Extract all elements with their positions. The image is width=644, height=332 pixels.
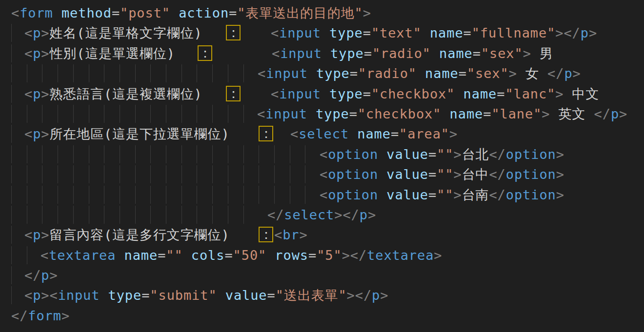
code-token: = xyxy=(463,25,472,40)
code-segment: ： xyxy=(198,43,212,63)
indent-guide xyxy=(120,206,120,224)
code-token: input xyxy=(58,288,108,303)
indent-guide xyxy=(135,64,136,82)
code-line-11[interactable]: </select></p> xyxy=(0,205,644,225)
indent-guide xyxy=(89,206,89,224)
code-line-7[interactable]: <p>所在地區(這是下拉選單欄位)：<select name="area"> xyxy=(0,124,644,144)
indent-guide xyxy=(212,206,213,224)
code-token: > xyxy=(363,5,371,20)
indent-guide xyxy=(42,64,42,82)
unicode-highlight-box: ： xyxy=(226,25,241,40)
code-token: "radio" xyxy=(372,46,431,61)
code-line-14[interactable]: </p> xyxy=(0,265,644,285)
code-token: type xyxy=(316,106,349,121)
code-token: input xyxy=(266,66,316,81)
code-line-16[interactable]: </form> xyxy=(0,306,644,326)
indent-guide xyxy=(11,246,12,264)
indent-guide xyxy=(150,206,151,224)
indent-guide xyxy=(120,64,120,82)
indent-guide xyxy=(135,145,136,163)
indent-guide xyxy=(212,64,213,82)
code-token: < xyxy=(290,126,299,141)
code-line-6[interactable]: <input type="checkbox" name="lane"> 英文 <… xyxy=(0,104,644,124)
indent-guide xyxy=(11,85,12,103)
indent-guide xyxy=(11,44,12,62)
indent-guide xyxy=(11,206,12,224)
code-line-9[interactable]: <option value="">台中</option> xyxy=(0,164,644,184)
code-token: 熟悉語言(這是複選欄位) xyxy=(49,86,202,101)
code-token: = xyxy=(112,5,120,20)
code-token: 台北 xyxy=(462,147,489,162)
indent-guide xyxy=(228,186,228,204)
code-token: option xyxy=(328,167,386,182)
code-segment: <textarea name="" cols="50" rows="5"></t… xyxy=(40,245,443,265)
code-token: textarea xyxy=(367,248,434,263)
indent-guide xyxy=(243,165,244,183)
code-token: 台中 xyxy=(462,167,489,182)
code-token: > xyxy=(434,248,442,263)
code-token: </ xyxy=(24,268,41,283)
code-token: </ xyxy=(489,187,505,202)
indent-guide xyxy=(120,105,120,123)
indent-guide xyxy=(181,105,182,123)
indent-guide xyxy=(228,165,228,183)
indent-guide xyxy=(73,165,74,183)
code-line-13[interactable]: <textarea name="" cols="50" rows="5"></t… xyxy=(0,245,644,265)
code-token: form xyxy=(20,5,53,20)
code-line-8[interactable]: <option value="">台北</option> xyxy=(0,144,644,164)
indent-guide xyxy=(73,145,74,163)
code-segment: <p>所在地區(這是下拉選單欄位) xyxy=(24,124,230,144)
indent-guide xyxy=(150,145,151,163)
code-line-3[interactable]: <p>性別(這是單選欄位)：<input type="radio" name="… xyxy=(0,43,644,63)
code-line-4[interactable]: <input type="radio" name="sex"> 女 </p> xyxy=(0,63,644,83)
code-token: > xyxy=(61,308,70,323)
code-token: 女 xyxy=(517,66,547,81)
indent-guide xyxy=(243,105,244,123)
code-token: name xyxy=(124,248,158,263)
code-token: </ xyxy=(489,167,505,182)
code-line-5[interactable]: <p>熟悉語言(這是複選欄位)：<input type="checkbox" n… xyxy=(0,84,644,104)
indent-guide xyxy=(42,206,42,224)
code-token: > xyxy=(299,227,307,242)
code-token: > xyxy=(556,167,564,182)
code-token: "area" xyxy=(399,126,449,141)
code-token: </ xyxy=(11,308,28,323)
code-line-12[interactable]: <p>留言內容(這是多行文字欄位)：<br> xyxy=(0,225,644,245)
indent-guide xyxy=(89,64,89,82)
code-token: name xyxy=(357,126,391,141)
code-token: "50" xyxy=(233,248,267,263)
code-token: > xyxy=(380,288,388,303)
indent-guide xyxy=(11,286,12,304)
indent-guide xyxy=(73,186,74,204)
code-token: = xyxy=(308,248,317,263)
code-token: = xyxy=(267,288,276,303)
code-token: < xyxy=(11,5,20,20)
code-segment: <select name="area"> xyxy=(290,124,458,144)
code-token: < xyxy=(320,167,328,182)
indent-guide xyxy=(89,165,89,183)
code-token: = xyxy=(459,66,467,81)
code-token: > xyxy=(454,147,462,162)
code-line-2[interactable]: <p>姓名(這是單格文字欄位)：<input type="text" name=… xyxy=(0,23,644,43)
code-token: > xyxy=(41,46,49,61)
code-token: value xyxy=(386,187,428,202)
code-token: < xyxy=(24,25,33,40)
code-token: p xyxy=(360,207,368,222)
indent-guide xyxy=(166,145,166,163)
code-token: textarea xyxy=(49,248,124,263)
indent-guide xyxy=(243,64,244,82)
indent-guide xyxy=(27,64,27,82)
unicode-highlight-box: ： xyxy=(259,126,273,141)
code-line-15[interactable]: <p><input type="submit" value="送出表單"></p… xyxy=(0,285,644,305)
indent-guide xyxy=(11,165,12,183)
code-token: < xyxy=(24,86,33,101)
indent-guide xyxy=(104,186,104,204)
indent-guide xyxy=(150,165,151,183)
code-token: "" xyxy=(437,167,453,182)
unicode-highlight-box: ： xyxy=(226,86,241,101)
code-line-10[interactable]: <option value="">台南</option> xyxy=(0,185,644,205)
indent-guide xyxy=(89,105,89,123)
code-line-1[interactable]: <form method="post" action="表單送出的目的地"> xyxy=(0,3,644,23)
indent-guide xyxy=(243,186,244,204)
code-token: select xyxy=(284,207,334,222)
